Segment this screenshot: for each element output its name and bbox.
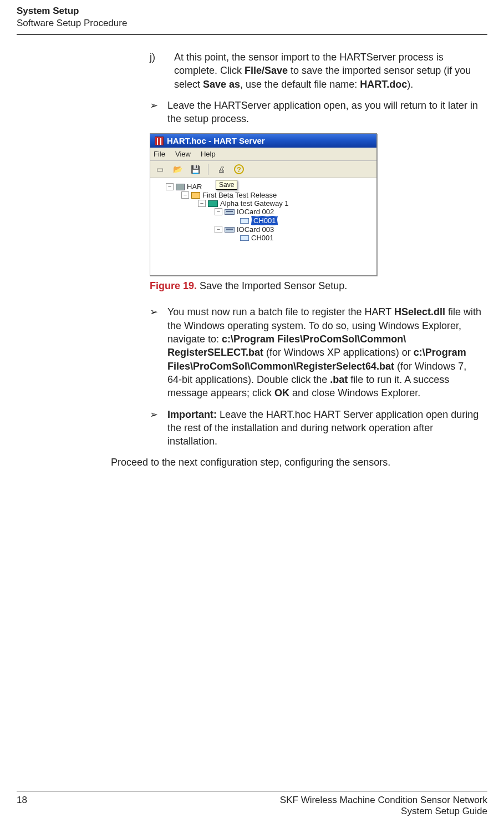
tree-release[interactable]: − First Beta Test Release (152, 191, 374, 199)
header-title: System Setup (17, 6, 487, 17)
open-icon[interactable]: 📂 (171, 163, 184, 175)
bold: Save as (203, 79, 240, 90)
tree-view: Save − HARXXXXr − First Beta Test Releas… (150, 178, 376, 275)
tree-ch001-b[interactable]: CH001 (152, 234, 374, 242)
tree-ch001-a-label: CH001 (251, 216, 278, 225)
bullet-batch: ➢ You must now run a batch file to regis… (150, 305, 482, 400)
bullet-text: Leave the HARTServer application open, a… (167, 99, 482, 126)
step-j: j) At this point, the sensor import to t… (150, 51, 482, 91)
figure-text: Save the Imported Sensor Setup. (197, 280, 347, 291)
footer-divider (17, 791, 487, 791)
bullet-important: ➢ Important: Leave the HART.hoc HART Ser… (150, 408, 482, 448)
tree-gateway[interactable]: − Alpha test Gateway 1 (152, 199, 374, 208)
hart-server-window: HART.hoc - HART Server File View Help ▭ … (150, 133, 377, 276)
proceed-text: Proceed to the next configuration step, … (111, 456, 482, 469)
save-tooltip: Save (216, 180, 237, 190)
page-number: 18 (17, 795, 27, 817)
tree-gateway-label: Alpha test Gateway 1 (220, 199, 289, 208)
bold: .bat (330, 374, 348, 385)
bullet-marker: ➢ (150, 408, 167, 448)
gateway-icon (208, 200, 218, 207)
bold: HSelect.dll (394, 306, 445, 317)
step-j-text: At this point, the sensor import to the … (174, 51, 482, 91)
print-icon[interactable]: 🖨 (215, 163, 227, 175)
bullet-marker: ➢ (150, 99, 167, 126)
t: , use the default file name: (240, 79, 360, 90)
footer-line2: System Setup Guide (280, 806, 487, 817)
iocard-icon (225, 227, 235, 233)
collapse-icon[interactable]: − (215, 208, 222, 215)
server-icon (176, 184, 185, 190)
menu-file[interactable]: File (154, 150, 165, 158)
tree-root-label-prefix: HAR (187, 183, 202, 191)
bold: File/Save (245, 65, 288, 76)
footer-line1: SKF Wireless Machine Condition Sensor Ne… (280, 795, 487, 806)
help-icon[interactable]: ? (233, 163, 245, 175)
t: You must now run a batch file to registe… (167, 306, 394, 317)
footer: 18 SKF Wireless Machine Condition Sensor… (17, 791, 487, 817)
menu-help[interactable]: Help (201, 150, 216, 158)
toolbar-separator (208, 164, 208, 175)
menu-view[interactable]: View (175, 150, 191, 158)
t: ). (407, 79, 413, 90)
titlebar: HART.hoc - HART Server (150, 134, 376, 148)
tree-iocard-003-label: IOCard 003 (237, 225, 274, 234)
tree-ch001-b-label: CH001 (251, 234, 273, 242)
bullet-leave-open: ➢ Leave the HARTServer application open,… (150, 99, 482, 126)
header-subtitle: Software Setup Procedure (17, 18, 487, 29)
collapse-icon[interactable]: − (166, 183, 174, 190)
app-icon (155, 137, 164, 145)
channel-icon (240, 218, 249, 224)
tree-iocard-003[interactable]: − IOCard 003 (152, 225, 374, 234)
bold: OK (274, 387, 289, 398)
tree-iocard-002-label: IOCard 002 (237, 208, 274, 216)
t: and close Windows Explorer. (289, 387, 420, 398)
menubar: File View Help (150, 148, 376, 161)
figure-caption: Figure 19. Save the Imported Sensor Setu… (150, 280, 482, 292)
new-icon[interactable]: ▭ (154, 163, 166, 175)
iocard-icon (225, 209, 235, 215)
tree-iocard-002[interactable]: − IOCard 002 (152, 208, 374, 216)
collapse-icon[interactable]: − (215, 226, 222, 233)
window-title: HART.hoc - HART Server (167, 136, 265, 145)
tree-release-label: First Beta Test Release (202, 191, 277, 199)
step-j-marker: j) (150, 51, 174, 91)
bold: Important: (167, 409, 217, 420)
tree-root[interactable]: − HARXXXXr (152, 183, 374, 191)
collapse-icon[interactable]: − (198, 200, 206, 207)
toolbar: ▭ 📂 💾 🖨 ? (150, 161, 376, 178)
figure-number: Figure 19. (150, 280, 197, 291)
save-icon[interactable]: 💾 (189, 163, 201, 175)
folder-icon (191, 192, 200, 199)
header-divider (17, 34, 487, 35)
bullet-text: You must now run a batch file to registe… (167, 305, 482, 400)
bullet-text: Important: Leave the HART.hoc HART Serve… (167, 408, 482, 448)
channel-icon (240, 235, 249, 241)
t: (for Windows XP applications) or (263, 347, 414, 358)
collapse-icon[interactable]: − (181, 191, 189, 199)
bullet-marker: ➢ (150, 305, 167, 400)
bold: HART.doc (360, 79, 407, 90)
tree-ch001-a[interactable]: CH001 (152, 216, 374, 225)
